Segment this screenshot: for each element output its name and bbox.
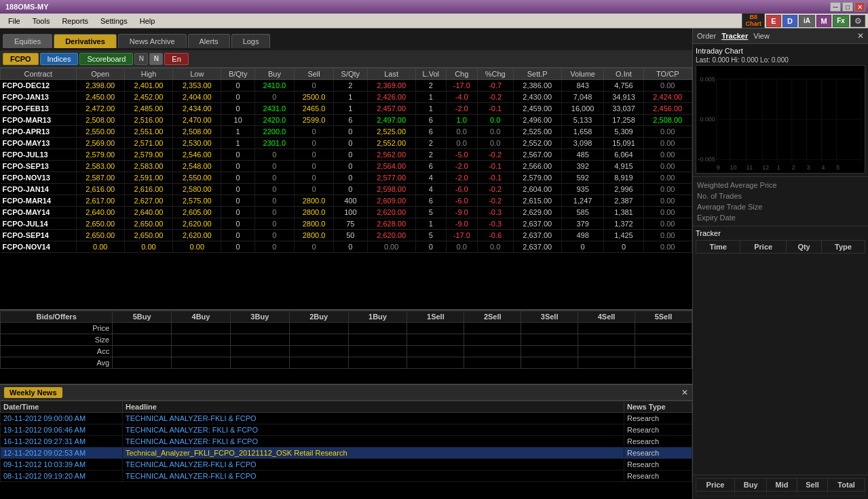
tab-logs[interactable]: Logs bbox=[231, 34, 271, 48]
cell-sqty: 100 bbox=[334, 207, 367, 218]
cell-open: 2,583.00 bbox=[76, 161, 124, 172]
cell-high: 0.00 bbox=[124, 241, 172, 253]
cell-open: 2,617.00 bbox=[76, 195, 124, 207]
cell-buy: 2410.0 bbox=[254, 80, 294, 92]
market-row[interactable]: FCPO-NOV13 2,587.00 2,591.00 2,550.00 0 … bbox=[1, 172, 692, 184]
cell-pchg: -0.3 bbox=[477, 207, 513, 218]
d-icon[interactable]: D bbox=[782, 15, 797, 27]
cell-last: 2,457.00 bbox=[367, 103, 415, 115]
cell-buy: 2431.0 bbox=[254, 103, 294, 115]
ot-tab-view[interactable]: View bbox=[753, 32, 770, 40]
close-button[interactable]: ✕ bbox=[854, 2, 865, 12]
news-row[interactable]: 12-11-2012 09:02:53 AM Technical_Analyze… bbox=[1, 447, 692, 459]
market-row[interactable]: FCPO-MAY14 2,640.00 2,640.00 2,605.00 0 … bbox=[1, 207, 692, 218]
news-row[interactable]: 08-11-2012 09:19:20 AM TECHNICAL ANALYZE… bbox=[1, 471, 692, 482]
m-icon[interactable]: M bbox=[816, 15, 831, 27]
tab-equities[interactable]: Equities bbox=[3, 34, 52, 48]
cell-bqty: 0 bbox=[221, 207, 254, 218]
ot-tab-tracker[interactable]: Tracker bbox=[721, 32, 748, 40]
tab-derivatives[interactable]: Derivatives bbox=[54, 34, 117, 48]
cell-oint: 5,309 bbox=[604, 126, 643, 138]
cell-contract: FCPO-JUL14 bbox=[1, 218, 77, 230]
market-row[interactable]: FCPO-SEP14 2,650.00 2,650.00 2,620.00 0 … bbox=[1, 230, 692, 241]
cell-low: 2,546.00 bbox=[173, 149, 221, 161]
menu-help[interactable]: Help bbox=[134, 16, 161, 26]
news-row[interactable]: 20-11-2012 09:00:00 AM TECHNICAL ANALYZE… bbox=[1, 413, 692, 424]
news-row[interactable]: 16-11-2012 09:27:31 AM TECHNICAL ANALYZE… bbox=[1, 436, 692, 447]
b8chart-icon[interactable]: B8Chart bbox=[742, 13, 765, 29]
cell-settp: 2,496.00 bbox=[513, 115, 561, 126]
market-row[interactable]: FCPO-MAR14 2,617.00 2,627.00 2,575.00 0 … bbox=[1, 195, 692, 207]
cell-sqty: 6 bbox=[334, 115, 367, 126]
cell-chg: 1.0 bbox=[446, 115, 477, 126]
market-table-container[interactable]: Contract Open High Low B/Qty Buy Sell S/… bbox=[0, 68, 692, 309]
menu-file[interactable]: File bbox=[3, 16, 26, 26]
market-row[interactable]: FCPO-SEP13 2,583.00 2,583.00 2,548.00 0 … bbox=[1, 161, 692, 172]
market-row[interactable]: FCPO-JUL14 2,650.00 2,650.00 2,620.00 0 … bbox=[1, 218, 692, 230]
cell-contract: FCPO-MAY13 bbox=[1, 138, 77, 149]
news-row[interactable]: 19-11-2012 09:06:46 AM TECHNICAL ANALYZE… bbox=[1, 424, 692, 436]
news-cell-headline[interactable]: TECHNICAL ANALYZER-FKLI & FCPO bbox=[123, 459, 624, 471]
market-row[interactable]: FCPO-NOV14 0.00 0.00 0.00 0 0 0 0 0.00 0… bbox=[1, 241, 692, 253]
cell-bqty: 0 bbox=[221, 92, 254, 103]
cell-oint: 2,387 bbox=[604, 195, 643, 207]
wap-label: Weighted Average Price bbox=[697, 180, 864, 191]
cell-contract: FCPO-JAN13 bbox=[1, 92, 77, 103]
menu-tools[interactable]: Tools bbox=[27, 16, 56, 26]
market-row[interactable]: FCPO-MAR13 2,508.00 2,516.00 2,470.00 10… bbox=[1, 115, 692, 126]
news-close-button[interactable]: ✕ bbox=[681, 388, 688, 397]
market-row[interactable]: FCPO-JAN13 2,450.00 2,452.00 2,404.00 0 … bbox=[1, 92, 692, 103]
cell-last: 2,577.00 bbox=[367, 172, 415, 184]
sub-tab-bar: FCPO Indices Scoreboard N N En bbox=[0, 50, 692, 68]
sub-tab-n1[interactable]: N bbox=[134, 53, 148, 65]
weekly-news-button[interactable]: Weekly News bbox=[4, 387, 62, 398]
cell-pchg: 0.0 bbox=[477, 115, 513, 126]
svg-text:3: 3 bbox=[807, 164, 810, 171]
minimize-button[interactable]: ─ bbox=[830, 2, 841, 12]
cell-contract: FCPO-DEC12 bbox=[1, 80, 77, 92]
menu-settings[interactable]: Settings bbox=[95, 16, 133, 26]
ot-tab-order[interactable]: Order bbox=[697, 32, 716, 40]
cell-lvol: 0 bbox=[415, 241, 446, 253]
menu-reports[interactable]: Reports bbox=[56, 16, 94, 26]
market-row[interactable]: FCPO-DEC12 2,398.00 2,401.00 2,353.00 0 … bbox=[1, 80, 692, 92]
market-row[interactable]: FCPO-APR13 2,550.00 2,551.00 2,508.00 1 … bbox=[1, 126, 692, 138]
e-icon[interactable]: E bbox=[766, 15, 781, 27]
news-cell-headline[interactable]: TECHNICAL ANALYZER-FKLI & FCPO bbox=[123, 413, 624, 424]
tracker-col-qty: Qty bbox=[787, 241, 822, 254]
market-row[interactable]: FCPO-MAY13 2,569.00 2,571.00 2,530.00 1 … bbox=[1, 138, 692, 149]
title-text: 188OMS-MY bbox=[3, 3, 49, 11]
market-row[interactable]: FCPO-JAN14 2,616.00 2,616.00 2,580.00 0 … bbox=[1, 184, 692, 195]
cell-oint: 15,091 bbox=[604, 138, 643, 149]
sub-tab-fcpo[interactable]: FCPO bbox=[3, 53, 39, 65]
cell-buy: 0 bbox=[254, 218, 294, 230]
news-cell-headline[interactable]: TECHNICAL ANALYZER: FKLI & FCPO bbox=[123, 436, 624, 447]
news-cell-headline[interactable]: TECHNICAL ANALYZER-FKLI & FCPO bbox=[123, 471, 624, 482]
cell-oint: 8,919 bbox=[604, 172, 643, 184]
cell-contract: FCPO-SEP14 bbox=[1, 230, 77, 241]
news-cell-headline[interactable]: TECHNICAL ANALYZER: FKLI & FCPO bbox=[123, 424, 624, 436]
cell-sqty: 0 bbox=[334, 184, 367, 195]
news-cell-datetime: 19-11-2012 09:06:46 AM bbox=[1, 424, 123, 436]
sub-tab-n2[interactable]: N bbox=[149, 53, 163, 65]
fx-icon[interactable]: Fx bbox=[833, 15, 849, 27]
sub-tab-indices[interactable]: Indices bbox=[40, 53, 79, 65]
settings-icon[interactable]: ⚙ bbox=[850, 15, 865, 27]
cell-pchg: -0.2 bbox=[477, 149, 513, 161]
sub-tab-scoreboard[interactable]: Scoreboard bbox=[79, 53, 133, 65]
cell-lvol: 6 bbox=[415, 195, 446, 207]
tab-alerts[interactable]: Alerts bbox=[188, 34, 230, 48]
cell-lvol: 6 bbox=[415, 126, 446, 138]
market-row[interactable]: FCPO-JUL13 2,579.00 2,579.00 2,546.00 0 … bbox=[1, 149, 692, 161]
sub-tab-en[interactable]: En bbox=[164, 53, 188, 65]
market-row[interactable]: FCPO-FEB13 2,472.00 2,485.00 2,434.00 0 … bbox=[1, 103, 692, 115]
news-row[interactable]: 09-11-2012 10:03:39 AM TECHNICAL ANALYZE… bbox=[1, 459, 692, 471]
news-cell-headline[interactable]: Technical_Analyzer_FKLI_FCPO_20121112_OS… bbox=[123, 447, 624, 459]
svg-text:2: 2 bbox=[792, 164, 795, 171]
ot-close-button[interactable]: ✕ bbox=[857, 31, 864, 41]
ia-icon[interactable]: iA bbox=[799, 15, 815, 27]
cell-bqty: 0 bbox=[221, 103, 254, 115]
tab-news-archive[interactable]: News Archive bbox=[118, 34, 187, 48]
cell-oint: 2,996 bbox=[604, 184, 643, 195]
restore-button[interactable]: □ bbox=[842, 2, 853, 12]
